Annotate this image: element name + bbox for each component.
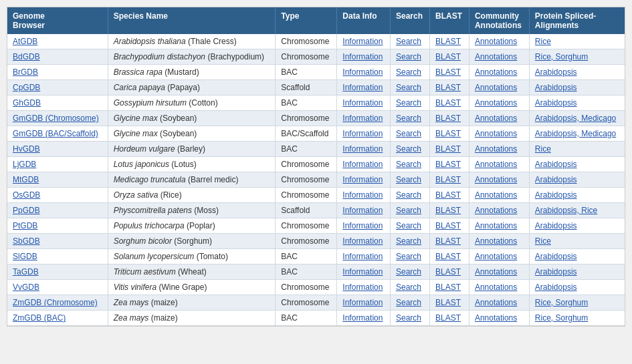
annotations-link[interactable]: Annotations [475, 98, 517, 108]
annotations-link[interactable]: Annotations [475, 175, 517, 184]
genome-browser-link[interactable]: TaGDB [13, 267, 39, 277]
annotations-link[interactable]: Annotations [475, 160, 517, 169]
protein-spliced-alignments-link[interactable]: Arabidopsis [535, 175, 577, 184]
blast-link[interactable]: BLAST [435, 175, 461, 184]
protein-spliced-alignments-link[interactable]: Arabidopsis [535, 221, 577, 230]
search-link[interactable]: Search [396, 83, 421, 92]
blast-link[interactable]: BLAST [435, 67, 461, 77]
search-link[interactable]: Search [396, 175, 421, 184]
genome-browser-link[interactable]: GmGDB (Chromosome) [13, 114, 99, 123]
data-info-link[interactable]: Information [342, 129, 383, 138]
blast-link[interactable]: BLAST [435, 114, 461, 123]
data-info-link[interactable]: Information [342, 267, 383, 277]
annotations-link[interactable]: Annotations [475, 298, 517, 307]
search-link[interactable]: Search [396, 221, 421, 230]
data-info-link[interactable]: Information [342, 283, 383, 292]
data-info-link[interactable]: Information [342, 67, 383, 77]
genome-browser-link[interactable]: SbGDB [13, 236, 40, 246]
protein-spliced-alignments-link[interactable]: Arabidopsis, Medicago [535, 114, 616, 123]
blast-link[interactable]: BLAST [435, 144, 461, 154]
data-info-link[interactable]: Information [342, 52, 383, 61]
protein-spliced-alignments-link[interactable]: Arabidopsis [535, 267, 577, 277]
blast-link[interactable]: BLAST [435, 98, 461, 108]
genome-browser-link[interactable]: BrGDB [13, 67, 38, 77]
annotations-link[interactable]: Annotations [475, 144, 517, 154]
search-link[interactable]: Search [396, 267, 421, 277]
data-info-link[interactable]: Information [342, 236, 383, 246]
data-info-link[interactable]: Information [342, 114, 383, 123]
blast-link[interactable]: BLAST [435, 267, 461, 277]
annotations-link[interactable]: Annotations [475, 52, 517, 61]
protein-spliced-alignments-link[interactable]: Rice, Sorghum [535, 52, 588, 61]
search-link[interactable]: Search [396, 98, 421, 108]
protein-spliced-alignments-link[interactable]: Arabidopsis [535, 252, 577, 261]
search-link[interactable]: Search [396, 236, 421, 246]
genome-browser-link[interactable]: GhGDB [13, 98, 41, 108]
search-link[interactable]: Search [396, 129, 421, 138]
protein-spliced-alignments-link[interactable]: Rice [535, 236, 551, 246]
annotations-link[interactable]: Annotations [475, 129, 517, 138]
data-info-link[interactable]: Information [342, 98, 383, 108]
search-link[interactable]: Search [396, 283, 421, 292]
genome-browser-link[interactable]: HvGDB [13, 144, 40, 154]
data-info-link[interactable]: Information [342, 206, 383, 215]
protein-spliced-alignments-link[interactable]: Arabidopsis [535, 67, 577, 77]
blast-link[interactable]: BLAST [435, 236, 461, 246]
data-info-link[interactable]: Information [342, 144, 383, 154]
annotations-link[interactable]: Annotations [475, 190, 517, 200]
protein-spliced-alignments-link[interactable]: Arabidopsis [535, 190, 577, 200]
blast-link[interactable]: BLAST [435, 252, 461, 261]
search-link[interactable]: Search [396, 313, 421, 323]
data-info-link[interactable]: Information [342, 313, 383, 323]
blast-link[interactable]: BLAST [435, 160, 461, 169]
search-link[interactable]: Search [396, 114, 421, 123]
genome-browser-link[interactable]: PpGDB [13, 206, 40, 215]
blast-link[interactable]: BLAST [435, 83, 461, 92]
data-info-link[interactable]: Information [342, 298, 383, 307]
blast-link[interactable]: BLAST [435, 221, 461, 230]
protein-spliced-alignments-link[interactable]: Arabidopsis [535, 98, 577, 108]
genome-browser-link[interactable]: SlGDB [13, 252, 37, 261]
annotations-link[interactable]: Annotations [475, 252, 517, 261]
genome-browser-link[interactable]: AtGDB [13, 37, 37, 46]
genome-browser-link[interactable]: BdGDB [13, 52, 40, 61]
protein-spliced-alignments-link[interactable]: Arabidopsis [535, 283, 577, 292]
blast-link[interactable]: BLAST [435, 129, 461, 138]
annotations-link[interactable]: Annotations [475, 83, 517, 92]
blast-link[interactable]: BLAST [435, 52, 461, 61]
data-info-link[interactable]: Information [342, 221, 383, 230]
annotations-link[interactable]: Annotations [475, 236, 517, 246]
annotations-link[interactable]: Annotations [475, 37, 517, 46]
genome-browser-link[interactable]: LjGDB [13, 160, 36, 169]
search-link[interactable]: Search [396, 160, 421, 169]
protein-spliced-alignments-link[interactable]: Arabidopsis [535, 160, 577, 169]
search-link[interactable]: Search [396, 298, 421, 307]
search-link[interactable]: Search [396, 144, 421, 154]
genome-browser-link[interactable]: CpGDB [13, 83, 40, 92]
search-link[interactable]: Search [396, 252, 421, 261]
protein-spliced-alignments-link[interactable]: Rice [535, 144, 551, 154]
genome-browser-link[interactable]: PtGDB [13, 221, 37, 230]
annotations-link[interactable]: Annotations [475, 114, 517, 123]
search-link[interactable]: Search [396, 67, 421, 77]
genome-browser-link[interactable]: ZmGDB (BAC) [13, 313, 66, 323]
search-link[interactable]: Search [396, 190, 421, 200]
blast-link[interactable]: BLAST [435, 298, 461, 307]
search-link[interactable]: Search [396, 37, 421, 46]
annotations-link[interactable]: Annotations [475, 267, 517, 277]
data-info-link[interactable]: Information [342, 37, 383, 46]
data-info-link[interactable]: Information [342, 252, 383, 261]
protein-spliced-alignments-link[interactable]: Rice, Sorghum [535, 298, 588, 307]
annotations-link[interactable]: Annotations [475, 283, 517, 292]
data-info-link[interactable]: Information [342, 190, 383, 200]
data-info-link[interactable]: Information [342, 175, 383, 184]
annotations-link[interactable]: Annotations [475, 313, 517, 323]
search-link[interactable]: Search [396, 206, 421, 215]
protein-spliced-alignments-link[interactable]: Rice, Sorghum [535, 313, 588, 323]
annotations-link[interactable]: Annotations [475, 221, 517, 230]
protein-spliced-alignments-link[interactable]: Rice [535, 37, 551, 46]
blast-link[interactable]: BLAST [435, 206, 461, 215]
annotations-link[interactable]: Annotations [475, 206, 517, 215]
protein-spliced-alignments-link[interactable]: Arabidopsis, Rice [535, 206, 597, 215]
protein-spliced-alignments-link[interactable]: Arabidopsis [535, 83, 577, 92]
